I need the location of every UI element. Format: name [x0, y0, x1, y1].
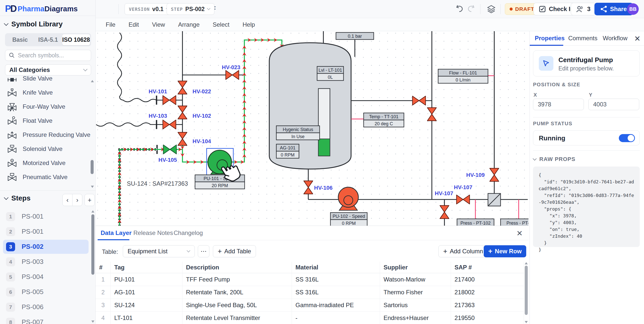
scroll-up-icon[interactable]: [91, 210, 94, 213]
table-cell[interactable]: SS 316L: [292, 273, 380, 286]
raw-props-header[interactable]: RAW PROPS: [533, 156, 575, 163]
instrument-box-ag[interactable]: AG-1010 RPM: [276, 144, 299, 158]
instrument-box-temp[interactable]: Temp - TT-10120 deg C: [364, 113, 404, 127]
tab-basic[interactable]: Basic: [6, 34, 34, 45]
tab-isa-5-1[interactable]: ISA-5.1: [34, 34, 62, 45]
step-item-1[interactable]: 1PS-001: [0, 209, 96, 224]
steps-header[interactable]: Steps: [5, 194, 30, 202]
step-item-8[interactable]: 8PS-007: [0, 315, 96, 324]
column-header-sap-[interactable]: SAP #: [451, 262, 524, 273]
table-cell[interactable]: Watson-Marlow: [380, 273, 451, 286]
table-cell[interactable]: Single-Use Feed Bag, 50L: [182, 299, 292, 312]
table-cell[interactable]: Retentate Level Transmitter: [182, 312, 292, 324]
step-select[interactable]: STEP PS-002: [167, 3, 214, 15]
table-cell[interactable]: AG-101: [111, 286, 182, 299]
scrollbar-thumb[interactable]: [525, 266, 528, 315]
step-item-7[interactable]: 7PS-006: [0, 300, 96, 315]
user-avatar[interactable]: BB: [627, 3, 639, 15]
symbol-item-pneumatic-valve[interactable]: Pneumatic Valve: [0, 170, 91, 184]
tab-comments[interactable]: Comments: [568, 35, 597, 42]
column-header-num[interactable]: #: [96, 262, 111, 273]
tab-release-notes[interactable]: Release Notes: [133, 229, 173, 236]
add-table-button[interactable]: +Add Table: [213, 245, 256, 257]
table-cell[interactable]: Sartorius: [380, 299, 451, 312]
table-cell[interactable]: 217400: [451, 273, 524, 286]
y-input[interactable]: 4003: [588, 99, 639, 110]
version-select[interactable]: VERSION v0.1: [125, 3, 173, 15]
table-cell[interactable]: 2: [96, 286, 111, 299]
redo-icon[interactable]: [467, 5, 476, 13]
column-header-material[interactable]: Material: [292, 262, 380, 273]
tab-iso-10628[interactable]: ISO 10628: [62, 34, 90, 45]
symbol-item-pressure-reducing-valve[interactable]: Pressure Reducing Valve: [0, 128, 91, 142]
steps-prev-button[interactable]: ‹: [62, 194, 72, 206]
filter-symbol[interactable]: [488, 193, 501, 206]
layers-icon[interactable]: [486, 4, 496, 14]
tab-workflow[interactable]: Workflow: [603, 35, 627, 42]
menu-item-view[interactable]: View: [152, 21, 165, 28]
table-cell[interactable]: TFF Feed Pump: [182, 273, 292, 286]
instrument-box-pt103[interactable]: Press - PT-1: [501, 219, 528, 226]
menu-item-file[interactable]: File: [106, 21, 116, 28]
scroll-down-icon[interactable]: [91, 320, 94, 323]
close-icon[interactable]: ✕: [516, 229, 523, 238]
table-cell[interactable]: Retentate Tank, 200L: [182, 286, 292, 299]
table-cell[interactable]: Thermo Fisher: [380, 286, 451, 299]
instrument-box-hyg[interactable]: Hygenic StatusIn Use: [276, 126, 320, 140]
tab-data-layer[interactable]: Data Layer: [101, 229, 132, 236]
table-cell[interactable]: PU-101: [111, 273, 182, 286]
table-scrollbar[interactable]: [524, 262, 528, 324]
table-cell[interactable]: SU-124: [111, 299, 182, 312]
instrument-box-flow[interactable]: Flow - FL-1010 L/min: [438, 69, 488, 83]
symbol-item-four-way-valve[interactable]: Four-Way Valve: [0, 100, 91, 114]
tab-changelog[interactable]: Changelog: [174, 229, 203, 236]
table-cell[interactable]: SS 316L: [292, 286, 380, 299]
x-input[interactable]: 3978: [533, 99, 584, 110]
scrollbar-thumb[interactable]: [91, 160, 94, 174]
tab-properties[interactable]: Properties: [535, 35, 565, 42]
table-cell[interactable]: 3: [96, 299, 111, 312]
table-cell[interactable]: LT-101: [111, 312, 182, 324]
symbol-search-input[interactable]: Search symbols...: [5, 50, 91, 61]
menu-item-help[interactable]: Help: [243, 21, 255, 28]
step-item-2[interactable]: 2PS-001: [0, 224, 96, 239]
table-cell[interactable]: 4: [96, 312, 111, 324]
collaborators-button[interactable]: 3: [571, 3, 596, 15]
instrument-box-pt102[interactable]: Press - PT-102: [457, 219, 494, 226]
new-row-button[interactable]: +New Row: [484, 245, 526, 257]
table-cell[interactable]: 1: [96, 273, 111, 286]
step-item-3[interactable]: 3PS-002: [0, 239, 96, 255]
symbol-item-float-valve[interactable]: Float Valve: [0, 114, 91, 128]
table-cell[interactable]: 218002: [451, 286, 524, 299]
symbol-item-knife-valve[interactable]: Knife Valve: [0, 86, 91, 100]
add-step-button[interactable]: +: [85, 194, 95, 206]
symbol-list-scrollbar[interactable]: [91, 80, 94, 188]
scroll-down-icon[interactable]: [91, 186, 94, 188]
step-item-4[interactable]: 4PS-003: [0, 255, 96, 270]
scroll-up-icon[interactable]: [91, 80, 94, 82]
diagram-canvas[interactable]: 0.1 barLvl - LT-1010LHygenic StatusIn Us…: [96, 31, 528, 226]
column-header-description[interactable]: Description: [182, 262, 292, 273]
symbol-item-slide-valve[interactable]: Slide Valve: [0, 75, 91, 86]
menu-item-edit[interactable]: Edit: [129, 21, 139, 28]
category-select[interactable]: All Categories: [5, 64, 91, 75]
column-header-supplier[interactable]: Supplier: [380, 262, 451, 273]
table-cell[interactable]: Gamma-irradiated PE: [292, 299, 380, 312]
close-icon[interactable]: ✕: [634, 34, 640, 43]
symbol-library-header[interactable]: Symbol Library: [5, 20, 63, 28]
instrument-box-lvl[interactable]: Lvl - LT-1010L: [317, 66, 344, 80]
steps-scrollbar[interactable]: [91, 210, 95, 324]
step-item-5[interactable]: 5PS-004: [0, 270, 96, 285]
menu-item-arrange[interactable]: Arrange: [178, 21, 200, 28]
table-cell[interactable]: -: [292, 312, 380, 324]
symbol-item-solenoid-valve[interactable]: Solenoid Valve: [0, 142, 91, 156]
instrument-box-bar[interactable]: 0.1 bar: [336, 32, 374, 39]
table-cell[interactable]: 217363: [451, 299, 524, 312]
instrument-box-pu102[interactable]: PU-102 - Speed0 RPM: [330, 213, 367, 226]
table-select[interactable]: Equipment List: [123, 245, 195, 257]
steps-next-button[interactable]: ›: [72, 194, 82, 206]
symbol-item-motorized-valve[interactable]: MMotorized Valve: [0, 156, 91, 170]
table-more-button[interactable]: ⋯: [198, 245, 209, 257]
undo-icon[interactable]: [455, 5, 464, 13]
running-toggle[interactable]: [619, 134, 635, 142]
